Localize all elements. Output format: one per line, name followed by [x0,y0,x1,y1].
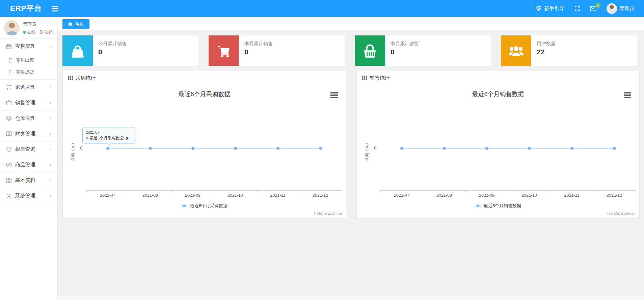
doc-icon [8,58,13,63]
th-grid-icon [362,76,367,80]
x-axis-label: 2021-09 [178,193,208,198]
doc-icon [8,70,13,75]
highcharts-credits[interactable]: Highcharts.com.cn [314,212,342,215]
stat-label: 今日累计销售 [98,41,127,47]
sign-out-icon [39,30,44,34]
briefcase-icon [6,100,12,106]
stat-value: 22 [537,48,556,56]
user-avatar [607,3,617,14]
data-point[interactable] [485,147,488,150]
panel-title: 采购统计 [76,75,96,81]
chart-title: 最近6个月销售数据 [357,90,639,98]
stat-value: 0 [391,48,419,56]
sidebar-item-finance[interactable]: 财务管理 [0,126,57,142]
data-point[interactable] [191,147,194,150]
logout-link[interactable]: 注销 [39,29,53,35]
gem-icon [536,6,542,11]
sidebar-item-retail[interactable]: 零售管理 [0,39,57,54]
data-point[interactable] [149,147,152,150]
messages-button[interactable]: 0 [590,6,596,11]
stat-card-user-count: 用户数量 22 [501,35,637,66]
cube-icon [6,162,12,168]
data-point[interactable] [319,147,322,150]
panel-title: 销售统计 [370,75,390,81]
stat-card-today-sales: 今日累计销售 0 [62,35,198,66]
data-point[interactable] [613,147,616,150]
online-dot-icon [23,31,26,34]
legend-item[interactable]: 最近6个月销售数据 [357,203,639,209]
legend-marker-icon [181,206,187,206]
data-point[interactable] [570,147,573,150]
x-axis-label: 2021-10 [220,193,250,198]
sidebar-item-system[interactable]: 系统管理 [0,188,57,204]
app-brand: ERP平台 [0,3,42,13]
sales-stats-panel: 销售统计 最近6个月销售数据 金额（元） 0 2021-07 2021-08 2… [356,71,640,219]
layers-icon [6,115,12,121]
username-label: 管理员 [619,5,635,12]
y-axis-tick: 0 [369,146,376,151]
x-axis-label: 2021-11 [557,193,587,198]
shopping-cart-icon [209,35,239,66]
data-point[interactable] [528,147,531,150]
chevron-left-icon [49,116,53,120]
sidebar-item-retail-outbound[interactable]: 零售出库 [0,54,57,66]
sidebar-user-block: 管理员 在线 注销 [0,17,57,38]
sidebar-item-purchase[interactable]: 采购管理 [0,80,57,95]
sidebar-item-goods[interactable]: 商品管理 [0,157,57,173]
tab-home[interactable]: 首页 [62,19,89,29]
th-grid-icon [68,76,73,80]
data-point[interactable] [443,147,446,150]
main-content: 首页 今日累计销售 0 [57,17,644,300]
legend-item[interactable]: 最近6个月采购数据 [63,203,346,209]
sidebar-item-retail-return[interactable]: 零售退货 [0,66,57,78]
chevron-left-icon [49,179,53,183]
series-dot-icon [86,137,88,139]
legend-marker-icon [475,206,481,206]
chevron-left-icon [49,194,53,198]
chevron-left-icon [49,85,53,89]
x-axis-label: 2021-07 [386,193,417,198]
x-axis-label: 2021-08 [429,193,459,198]
highcharts-credits[interactable]: Highcharts.com.cn [607,212,635,215]
chart-tooltip: 2021-07 最近6个月采购数据: 0 [82,128,135,143]
sidebar-menu: 零售管理 零售出库 零售退货 采 [0,38,57,204]
stat-card-month-purchase: 本月累计进货 0 [355,35,491,66]
message-count-badge: 0 [595,3,600,8]
chart-export-menu-icon[interactable] [330,92,338,98]
chevron-down-icon [49,45,53,49]
data-point[interactable] [234,147,237,150]
stat-label: 用户数量 [537,41,556,47]
guide-button[interactable]: 新手引导 [536,5,564,12]
sidebar-item-reports[interactable]: 报表查询 [0,142,57,157]
pie-chart-icon [6,146,12,152]
stat-card-month-sales: 本月累计销售 0 [209,35,345,66]
shopping-bag-icon [62,35,93,66]
stat-label: 本月累计销售 [244,41,273,47]
sidebar-item-sales[interactable]: 销售管理 [0,95,57,111]
sidebar-item-warehouse[interactable]: 仓库管理 [0,111,57,126]
user-menu[interactable]: 管理员 [607,3,635,14]
sidebar-username: 管理员 [23,21,53,27]
sidebar-item-basic-data[interactable]: 基本资料 [0,173,57,188]
data-point[interactable] [106,147,109,150]
sidebar: 管理员 在线 注销 零售管理 [0,17,57,300]
series-line [402,148,614,148]
sidebar-toggle-icon[interactable] [52,6,58,11]
y-axis-label: 金额（元） [364,136,370,166]
x-axis-label: 2021-11 [263,193,293,198]
y-axis-label: 金额（元） [70,136,76,166]
gear-icon [6,193,12,199]
sidebar-avatar [4,20,20,36]
data-point[interactable] [276,147,279,150]
purchase-stats-panel: 采购统计 最近6个月采购数据 金额（元） 0 2021-07 最近6个月 [62,71,346,219]
x-axis-label: 2021-10 [514,193,544,198]
online-label: 在线 [27,29,35,35]
stat-value: 0 [244,48,273,56]
stat-value: 0 [98,48,127,56]
chart-export-menu-icon[interactable] [624,92,631,98]
fullscreen-button[interactable] [574,6,580,11]
data-point[interactable] [400,147,403,150]
stat-label: 本月累计进货 [391,41,419,47]
chart-title: 最近6个月采购数据 [63,90,346,98]
shopping-basket-icon [355,35,385,66]
